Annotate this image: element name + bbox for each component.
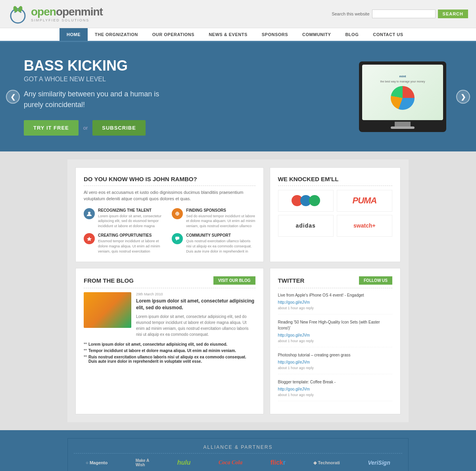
community-icon: [172, 233, 183, 244]
samsung-logo: [292, 195, 320, 206]
blog-bullets: Lorem ipsum dolor sit amet, consectetur …: [84, 342, 255, 364]
blog-image: [84, 292, 131, 328]
search-area: Search this website SEARCH: [332, 10, 468, 18]
adidas-logo: adidas: [296, 222, 316, 229]
follow-button[interactable]: FOLLOW US: [359, 276, 392, 285]
nav-item-community[interactable]: COMMUNITY: [295, 28, 338, 41]
search-button[interactable]: SEARCH: [438, 10, 468, 18]
hero-buttons: TRY IT FREE or SUBSCRIBE: [24, 120, 353, 136]
talent-title: RECOGNIZING THE TALENT: [98, 208, 167, 213]
hulu-logo: hulu: [177, 459, 191, 466]
hero-title: BASS KICKING: [24, 58, 353, 74]
try-free-button[interactable]: TRY IT FREE: [24, 120, 79, 136]
nav-list: HOME THE ORGNIZATION OUR OPERATIONS NEWS…: [60, 28, 416, 41]
svg-rect-8: [175, 237, 179, 239]
community-title: COMMUNITY SUPPORT: [186, 233, 255, 237]
community-desc: Quis nostrud exercitation ullamco labori…: [186, 239, 255, 254]
subscribe-button[interactable]: SUBSCRIBE: [92, 120, 146, 136]
main-content: DO YOU KNOW WHO IS JOHN RAMBO? Al vero e…: [67, 159, 409, 423]
community-text: COMMUNITY SUPPORT Quis nostrud exercitat…: [186, 233, 255, 254]
nav-link-ops[interactable]: OUR OPERATIONS: [145, 28, 202, 41]
tweet-4-text: Blogger template: Coffee Break -: [278, 379, 392, 385]
twitter-header: TWITTER FOLLOW US: [278, 276, 392, 288]
adidas-logo-cell: adidas: [278, 215, 334, 237]
tweet-3-time: about 1 hour ago reply: [278, 366, 392, 370]
nav-item-home[interactable]: HOME: [60, 28, 88, 41]
technorati-logo: ◆ Technorati: [313, 460, 340, 465]
tweet-4: Blogger template: Coffee Break - http://…: [278, 379, 392, 401]
logo-brand: openopenmint: [31, 6, 103, 18]
blog-bullet-3: Ruis nostrud exercitation ullamco labori…: [84, 355, 255, 364]
hero-subtitle: GOT A WHOLE NEW LEVEL: [24, 76, 353, 83]
nav-link-home[interactable]: HOME: [60, 28, 88, 41]
tweet-1-time: about 1 hour ago reply: [278, 306, 392, 310]
nav-link-blog[interactable]: BLOG: [338, 28, 366, 41]
opportunities-title: CREATING OPPURTUNITIES: [98, 233, 167, 237]
tweet-2: Reading '50 New Free High-Quality Icon S…: [278, 319, 392, 347]
hero-or-text: or: [83, 125, 88, 131]
next-slide-button[interactable]: ❯: [456, 90, 470, 103]
sponsors-text: FINDING SPONSORS Sed do eiusmod tempor i…: [186, 208, 255, 229]
talent-desc: Lorem ipsum dolor sit amet, consectetur …: [98, 214, 167, 229]
magento-logo: ○ Magento: [86, 460, 107, 465]
sponsors-title: FINDING SPONSORS: [186, 208, 255, 213]
sponsors-icon: [172, 208, 183, 219]
twitter-title: TWITTER: [278, 277, 305, 284]
swatch-logo: swatch+: [353, 222, 376, 229]
john-rambo-section: DO YOU KNOW WHO IS JOHN RAMBO? Al vero e…: [75, 167, 264, 262]
tweet-4-time: about 1 hour ago reply: [278, 393, 392, 397]
feature-sponsors: FINDING SPONSORS Sed do eiusmod tempor i…: [172, 208, 255, 229]
talent-text: RECOGNIZING THE TALENT Lorem ipsum dolor…: [98, 208, 167, 229]
nav-link-news[interactable]: NEWS & EVENTS: [202, 28, 255, 41]
tweet-4-link[interactable]: http://goo.gl/eJVm: [278, 387, 310, 391]
nav-item-sponsors[interactable]: SPONSORS: [255, 28, 295, 41]
tweet-3-link[interactable]: http://goo.gl/eJVm: [278, 360, 310, 364]
opportunities-icon: [84, 233, 95, 244]
nav-item-org[interactable]: THE ORGNIZATION: [88, 28, 145, 41]
flickr-o: fli: [271, 459, 276, 466]
tweet-1-link[interactable]: http://goo.gl/eJVm: [278, 300, 310, 304]
opportunities-desc: Eiusmod tempor incididunt ut labore et d…: [98, 239, 167, 254]
logo-area: openopenmint SIMPLYFIED SOLUTIONS: [8, 4, 103, 24]
footer-partners: ALLIANCE & PARTNERS ○ Magento Make AWish…: [67, 438, 409, 471]
visit-blog-button[interactable]: VISIT OUR BLOG: [213, 276, 255, 285]
monitor-stand: [391, 126, 415, 129]
blog-content: 29th March 2010 Lorem ipsum dolor sit am…: [136, 292, 255, 337]
nav-link-contact[interactable]: CONTACT US: [366, 28, 410, 41]
opportunities-text: CREATING OPPURTUNITIES Eiusmod tempor in…: [98, 233, 167, 254]
nav-link-community[interactable]: COMMUNITY: [295, 28, 338, 41]
tweet-1-text: Live from Apple's iPhone OS 4 event! - E…: [278, 292, 392, 298]
blog-post-title: Lorem ipsum dolor sit amet, consectetur …: [136, 298, 255, 311]
samsung-logo-cell: [278, 190, 334, 212]
nav-item-ops[interactable]: OUR OPERATIONS: [145, 28, 202, 41]
features-grid: RECOGNIZING THE TALENT Lorem ipsum dolor…: [84, 208, 255, 254]
nav-item-contact[interactable]: CONTACT US: [366, 28, 410, 41]
verisign-logo: VeriSign: [368, 460, 390, 466]
tweet-3-text: Photoshop tutorial – creating green gras…: [278, 352, 392, 358]
tweet-2-link[interactable]: http://goo.gl/eJVm: [278, 333, 310, 337]
hero-monitor: mint the best way to manage your money: [353, 61, 452, 132]
john-rambo-intro: Al vero eos et accusamus et iusto odio d…: [84, 189, 255, 202]
blog-date: 29th March 2010: [136, 292, 255, 296]
flickr-logo: flickr: [271, 459, 286, 466]
knocked-section: WE KNOCKED EM'LL PUMA adidas swatch+: [270, 167, 401, 262]
logo-text-area: openopenmint SIMPLYFIED SOLUTIONS: [31, 6, 103, 22]
feature-opportunities: CREATING OPPURTUNITIES Eiusmod tempor in…: [84, 233, 167, 254]
feature-community: COMMUNITY SUPPORT Quis nostrud exercitat…: [172, 233, 255, 254]
logo-icon: [8, 4, 28, 24]
blog-bullet-1: Lorem ipsum dolor sit amet, consectetur …: [84, 342, 255, 347]
nav-item-news[interactable]: NEWS & EVENTS: [202, 28, 255, 41]
tweet-1: Live from Apple's iPhone OS 4 event! - E…: [278, 292, 392, 314]
coca-cola-logo: Coca Cola: [219, 460, 242, 466]
john-rambo-title: DO YOU KNOW WHO IS JOHN RAMBO?: [84, 176, 255, 186]
prev-slide-button[interactable]: ❮: [6, 90, 20, 103]
monitor-display: mint the best way to manage your money: [359, 61, 446, 132]
svg-marker-9: [176, 239, 178, 241]
hero-content: ❮ BASS KICKING GOT A WHOLE NEW LEVEL Any…: [0, 42, 476, 151]
nav-item-blog[interactable]: BLOG: [338, 28, 366, 41]
sponsor-logos-grid: PUMA adidas swatch+: [278, 190, 392, 237]
nav-link-org[interactable]: THE ORGNIZATION: [88, 28, 145, 41]
nav-link-sponsors[interactable]: SPONSORS: [255, 28, 295, 41]
search-input[interactable]: [372, 10, 436, 18]
talent-icon: [84, 208, 95, 219]
